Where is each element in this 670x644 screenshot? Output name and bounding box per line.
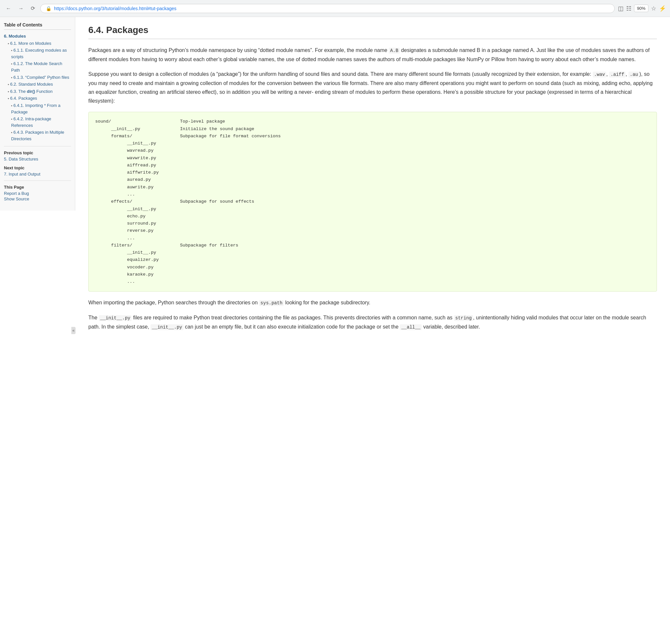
browser-chrome: ← → ⟳ 🔒 https://docs.python.org/3/tutori… <box>0 0 670 17</box>
sidebar-item-6-2[interactable]: 6.2. Standard Modules <box>4 81 71 87</box>
paragraph-2: Suppose you want to design a collection … <box>88 70 657 105</box>
code-init-1: __init__.py <box>99 315 132 321</box>
sidebar-link-6-modules[interactable]: 6. Modules <box>4 34 26 39</box>
sidebar-link-6-4[interactable]: 6.4. Packages <box>10 96 37 101</box>
sidebar-link-6-1-3[interactable]: 6.1.3. “Compiled” Python files <box>13 75 69 80</box>
code-all: __all__ <box>400 324 422 330</box>
sidebar-link-6-1-2[interactable]: 6.1.2. The Module Search Path <box>11 61 62 72</box>
paragraph-3: When importing the package, Python searc… <box>88 298 657 307</box>
code-au: .au <box>628 72 639 78</box>
code-string: string <box>454 315 473 321</box>
sidebar-item-6-1[interactable]: 6.1. More on Modules <box>4 40 71 47</box>
sidebar-link-6-4-2[interactable]: 6.4.2. Intra-package References <box>11 117 51 128</box>
show-source-link[interactable]: Show Source <box>4 196 71 201</box>
sidebar-item-6-1-1[interactable]: 6.1.1. Executing modules as scripts <box>4 47 71 60</box>
code-init-2: __init__.py <box>150 324 183 330</box>
divider-1 <box>4 146 71 147</box>
bookmark-icon[interactable]: ☆ <box>651 5 656 12</box>
next-topic-section: Next topic 7. Input and Output <box>4 165 71 177</box>
sidebar-item-6-1-3[interactable]: 6.1.3. “Compiled” Python files <box>4 74 71 81</box>
sidebar-link-6-1[interactable]: 6.1. More on Modules <box>10 41 51 46</box>
prev-topic-heading: Previous topic <box>4 150 71 155</box>
extensions-icon: ◫ <box>618 5 624 12</box>
sidebar-item-6-4[interactable]: 6.4. Packages <box>4 95 71 102</box>
lock-icon: 🔒 <box>46 6 51 11</box>
code-syspath: sys.path <box>259 300 284 306</box>
prev-topic-link[interactable]: 5. Data Structures <box>4 156 71 162</box>
sidebar-link-6-4-3[interactable]: 6.4.3. Packages in Multiple Directories <box>11 130 64 141</box>
extensions-menu-icon[interactable]: ⚡ <box>659 5 666 12</box>
page-layout: Table of Contents 6. Modules 6.1. More o… <box>0 17 670 644</box>
report-bug-link[interactable]: Report a Bug <box>4 191 71 196</box>
sidebar-item-6-4-2[interactable]: 6.4.2. Intra-package References <box>4 116 71 128</box>
next-topic-link[interactable]: 7. Input and Output <box>4 172 71 177</box>
zoom-level[interactable]: 90% <box>634 4 648 12</box>
back-button[interactable]: ← <box>4 4 13 13</box>
divider-2 <box>4 180 71 181</box>
toc-heading: Table of Contents <box>4 22 71 30</box>
sidebar: Table of Contents 6. Modules 6.1. More o… <box>0 17 75 210</box>
sidebar-link-6-2[interactable]: 6.2. Standard Modules <box>10 82 53 87</box>
sidebar-link-6-4-1[interactable]: 6.4.1. Importing * From a Package <box>11 103 61 114</box>
reload-button[interactable]: ⟳ <box>29 4 37 13</box>
paragraph-4: The __init__.py files are required to ma… <box>88 313 657 331</box>
page-title: 6.4. Packages <box>88 25 657 39</box>
sidebar-item-6-1-2[interactable]: 6.1.2. The Module Search Path <box>4 60 71 73</box>
code-aiff: .aiff <box>609 72 626 78</box>
code-ab: A.B <box>389 48 400 54</box>
reader-mode-icon: ☷ <box>626 5 631 12</box>
sidebar-link-6-3[interactable]: 6.3. The dir() Function <box>10 89 53 94</box>
this-page-section: This Page Report a Bug Show Source <box>4 185 71 201</box>
url-text: https://docs.python.org/3/tutorial/modul… <box>54 6 609 11</box>
code-block: sound/ Top-level package __init__.py Ini… <box>88 112 657 292</box>
sidebar-item-6-modules[interactable]: 6. Modules <box>4 33 71 40</box>
browser-actions: ◫ ☷ 90% ☆ ⚡ <box>618 4 666 12</box>
address-bar[interactable]: 🔒 https://docs.python.org/3/tutorial/mod… <box>40 4 615 13</box>
this-page-heading: This Page <box>4 185 71 190</box>
sidebar-item-6-4-3[interactable]: 6.4.3. Packages in Multiple Directories <box>4 129 71 142</box>
sidebar-item-6-3[interactable]: 6.3. The dir() Function <box>4 88 71 95</box>
paragraph-1: Packages are a way of structuring Python… <box>88 46 657 64</box>
sidebar-item-6-4-1[interactable]: 6.4.1. Importing * From a Package <box>4 102 71 115</box>
forward-button[interactable]: → <box>16 4 26 13</box>
sidebar-wrapper: Table of Contents 6. Modules 6.1. More o… <box>0 17 75 644</box>
next-topic-heading: Next topic <box>4 165 71 170</box>
toc-nav: 6. Modules 6.1. More on Modules 6.1.1. E… <box>4 33 71 142</box>
sidebar-collapse-button[interactable]: « <box>71 327 76 334</box>
main-content: 6.4. Packages Packages are a way of stru… <box>75 17 670 644</box>
sidebar-link-6-1-1[interactable]: 6.1.1. Executing modules as scripts <box>11 48 67 59</box>
code-wav: .wav <box>593 72 606 78</box>
prev-topic-section: Previous topic 5. Data Structures <box>4 150 71 162</box>
